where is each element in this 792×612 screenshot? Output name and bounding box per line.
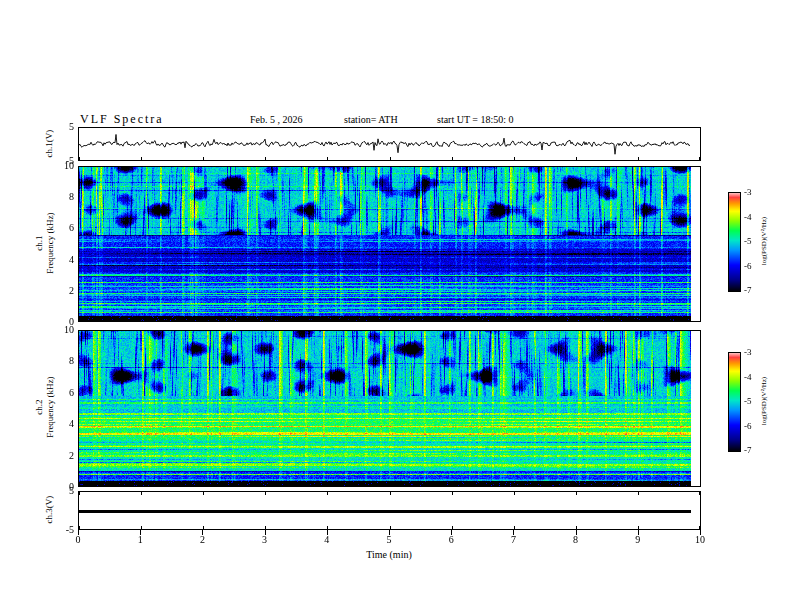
ch1-spectrogram-plot (79, 167, 700, 321)
x-tick-mark (700, 530, 701, 535)
x-tick-mark (389, 530, 390, 535)
x-tick-label: 10 (688, 534, 712, 545)
ch1-waveform-panel (78, 127, 701, 161)
ch1v-axis-label: ch.1(V) (44, 114, 55, 174)
ch2spec-axis-label: ch.2 Frequency (kHz) (34, 347, 56, 467)
x-tick-label: 7 (501, 534, 525, 545)
x-tick-mark (638, 530, 639, 535)
x-tick-mark (202, 530, 203, 535)
colorbar-ch1 (728, 192, 741, 292)
ch2-spectrogram-plot (79, 331, 700, 486)
x-tick-mark (451, 530, 452, 535)
start-ut-label: start UT = 18:50: 0 (437, 114, 514, 125)
ch1spec-y-tick: 0 (46, 316, 74, 327)
colorbar-ch2-gradient (729, 353, 740, 451)
vlf-spectra-figure: VLF Spectra Feb. 5 , 2026 station= ATH s… (0, 0, 792, 612)
colorbar-ch2-label: log(PSD)(V²/Hz) (760, 356, 768, 446)
x-axis-title: Time (min) (349, 549, 429, 560)
x-tick-mark (78, 530, 79, 535)
colorbar-ch1-gradient (729, 193, 740, 291)
colorbar2-tick: -7 (744, 445, 766, 456)
station-label: station= ATH (344, 114, 398, 125)
colorbar-ch2 (728, 352, 741, 452)
x-tick-label: 4 (315, 534, 339, 545)
ch3-waveform-plot (79, 492, 700, 529)
x-tick-mark (513, 530, 514, 535)
ch1-spectrogram-panel (78, 166, 701, 322)
x-tick-mark (327, 530, 328, 535)
colorbar-ch1-label: log(PSD)(V²/Hz) (760, 196, 768, 286)
x-tick-mark (265, 530, 266, 535)
ch2spec-y-tick: 10 (46, 324, 74, 335)
ch2-spectrogram-panel (78, 330, 701, 487)
x-tick-label: 9 (626, 534, 650, 545)
x-tick-mark (140, 530, 141, 535)
ch3v-axis-label: ch.3(V) (44, 480, 55, 540)
ch3-waveform-panel (78, 491, 701, 530)
x-tick-label: 0 (66, 534, 90, 545)
colorbar1-tick: -7 (744, 285, 766, 296)
date-label: Feb. 5 , 2026 (250, 114, 303, 125)
x-tick-label: 5 (377, 534, 401, 545)
x-tick-label: 1 (128, 534, 152, 545)
figure-title: VLF Spectra (80, 112, 164, 127)
x-tick-label: 3 (253, 534, 277, 545)
ch1-waveform-plot (79, 128, 700, 160)
x-tick-mark (576, 530, 577, 535)
x-tick-label: 6 (439, 534, 463, 545)
x-tick-label: 8 (564, 534, 588, 545)
x-tick-label: 2 (190, 534, 214, 545)
ch1spec-axis-label: ch.1 Frequency (kHz) (34, 183, 56, 303)
